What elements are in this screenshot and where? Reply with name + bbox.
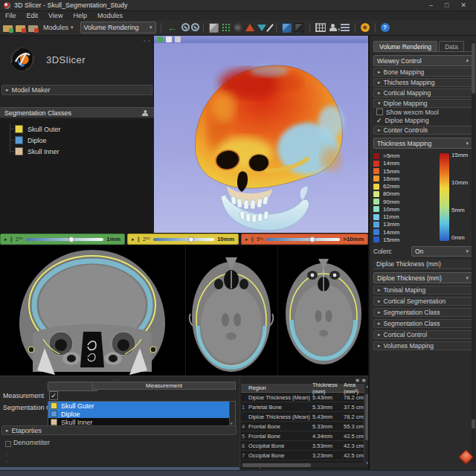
slice-view-axial-1[interactable] [185,245,277,376]
densometer-checkbox[interactable] [5,441,11,447]
teal-triangle-icon[interactable] [257,25,266,31]
slider-knob[interactable] [309,237,315,242]
pin-icon[interactable]: ∥ [251,237,254,242]
menu-item[interactable]: View [43,12,68,19]
segmentation-class-item[interactable]: Skull Outer [0,123,154,135]
red-pyramid-icon[interactable] [245,24,254,31]
crosshair-dots-icon[interactable] [222,23,231,32]
scrollbar-handle[interactable] [472,43,475,94]
close-button[interactable]: ✕ [460,1,466,9]
list-lines-icon[interactable] [341,24,350,31]
table-row[interactable]: 7 Occipital Bone 3.23mm 42.5 cm² [241,451,365,460]
slice-view-axial-2[interactable] [277,245,369,376]
markups-person-icon[interactable]: ▾ [329,23,338,32]
slider-track[interactable] [266,238,340,241]
green-slice-slider[interactable]: ▸ ∥ 2⁵⁰ 1mm [0,234,125,245]
model-maker-section[interactable]: Model Maker [1,85,152,95]
pin-icon[interactable]: ∥ [10,237,13,242]
slider-track[interactable] [153,238,214,241]
red-slice-slider[interactable]: ▸ ∥ 5⁵¹ >10mm [241,234,368,245]
slider-track[interactable] [26,238,104,241]
accordion-section[interactable]: Cortical Segmentation [373,297,472,306]
yellow-slice-slider[interactable]: ▸ ∥ 2⁵⁰ 10mm [127,234,239,245]
checkbox-row[interactable]: ✓ Diploe Mapping [373,116,472,124]
diploe-thickness-combobox[interactable]: Diploe Thickness (mm)▾ [373,272,472,283]
class-list-item[interactable]: Diploe [48,410,235,418]
expand-icon[interactable]: ▸ [132,237,135,242]
maximize-button[interactable]: □ [445,1,448,9]
properties-section[interactable]: Etaporties [1,425,237,435]
section-center-controls[interactable]: Conter Controls [373,126,472,135]
needle-icon[interactable] [266,23,274,31]
accordion-section[interactable]: Segmentation Class [373,308,472,317]
checkbox-row[interactable]: ✓ Show wexcm Mool [373,108,472,116]
menu-item[interactable]: Help [68,12,92,19]
slice-view-coronal[interactable] [0,245,184,376]
help-icon[interactable]: ? [381,23,390,32]
checkbox[interactable] [376,109,383,115]
load-data-icon[interactable] [3,25,13,32]
panel-pin-icon[interactable]: ▫ [144,38,145,43]
table-row[interactable]: 5 Frontal Bone 4.34mm 42.5 cm² [241,431,365,441]
section-diploe-mapping[interactable]: Diploe Mapping [373,99,472,108]
table-row[interactable]: Diploe Thickness (Mean) 5.43mm 78.2 cm² [241,393,365,402]
blue-cube-icon[interactable] [282,23,292,33]
slider-knob[interactable] [188,237,194,242]
accordion-section[interactable]: Cortical Control [373,330,472,339]
pin-icon[interactable] [175,36,181,42]
menu-item[interactable]: Edit [22,12,44,19]
cube-icon[interactable] [209,23,219,33]
table-row[interactable]: 1 Parietal Bone 5.33mm 37.5 cm² [241,402,365,412]
table-row[interactable]: 6 Occipital Bone 3.53mm 42.3 cm² [241,441,365,451]
listbox-scrollbar[interactable] [229,402,235,425]
scrollbar-nub[interactable] [472,419,475,428]
save-scene-icon[interactable] [16,25,25,32]
extensions-icon[interactable]: ◆ [361,23,370,32]
3d-viewport[interactable] [154,36,368,233]
pin-icon[interactable]: ∥ [138,237,141,242]
accordion-section[interactable]: Segmentation Class [373,319,472,328]
expand-icon[interactable]: ▸ [4,237,7,242]
slider-knob[interactable] [68,237,74,242]
modules-menu-button[interactable]: Modules▾ [40,24,77,31]
accordion-section[interactable]: Cortical Mapping [373,89,472,97]
pin-icon[interactable] [166,36,172,42]
table-row[interactable]: Diploe Thickness (Mean) 5.43mm 78.2 cm² [241,412,365,422]
dark-cube-icon[interactable] [295,23,304,33]
viewer-control-combobox[interactable]: Wiewey Control▾ [373,55,472,66]
column-header-region[interactable]: Region [248,385,312,391]
class-list-item[interactable]: Skull Guter [48,402,235,410]
table-row[interactable]: 4 Frontal Bone 5.33mm 55.3 cm² [241,422,365,431]
measurement-column-header[interactable]: Measurement [92,382,236,390]
accordion-section[interactable]: Thichess Mapping [373,78,472,87]
accordion-section[interactable]: Tonisal Maping [373,286,472,295]
module-selector-combobox[interactable]: Volume Rendering▾ [80,22,156,33]
tab-data[interactable]: Data [439,41,464,51]
menu-item[interactable]: Modules [92,12,128,19]
measurement-checkbox[interactable]: ✓ [49,391,58,400]
column-header-area[interactable]: Area (mm²) [344,382,366,395]
3d-skull-rendering[interactable] [154,43,368,233]
minimize-button[interactable]: – [429,1,433,9]
scrollbar-handle[interactable] [242,463,311,467]
undo-arrow-icon[interactable]: ← [167,22,178,33]
expand-icon[interactable]: ▸ [245,237,248,242]
screenshot-icon[interactable]: ◎ [234,23,242,32]
tab-volume-rendering[interactable]: Volume Rendering [373,41,437,51]
measurement-combobox[interactable]: ▾ [48,382,98,391]
thickness-mapping-combobox[interactable]: Thickness Mapping▾ [373,138,472,149]
zoom-out-icon[interactable] [191,23,199,31]
segmentation-class-item[interactable]: Skull Inner [0,146,154,157]
menu-item[interactable]: File [0,12,22,19]
accordion-section[interactable]: Volumes Mapping [373,341,472,350]
column-header-thickness[interactable]: Thickness (mm) [312,382,344,395]
person-icon[interactable] [141,109,149,117]
table-horizontal-scrollbar[interactable] [241,463,365,468]
panel-scrollbar[interactable] [472,42,475,466]
download-data-icon[interactable] [28,25,38,32]
color-on-combobox[interactable]: On▾ [411,246,472,257]
accordion-section[interactable]: Bone Mapping [373,68,472,77]
visibility-dot-icon[interactable] [157,36,163,42]
layout-grid-icon[interactable] [315,23,326,32]
zoom-in-icon[interactable] [181,23,190,31]
